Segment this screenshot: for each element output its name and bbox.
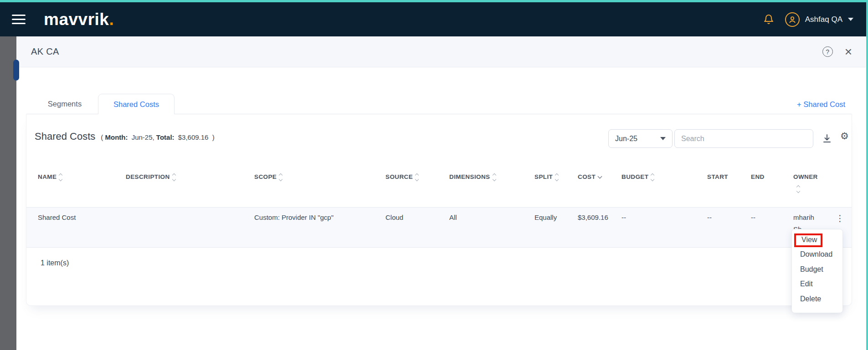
sidebar-active-indicator (13, 60, 19, 81)
help-icon[interactable]: ? (822, 46, 833, 57)
total-value: $3,609.16 (178, 133, 209, 141)
cell-cost: $3,609.16 (578, 212, 621, 247)
close-icon[interactable]: × (845, 47, 852, 57)
items-count: 1 item(s) (41, 259, 69, 267)
settings-gear-icon[interactable]: ⚙ (840, 131, 849, 142)
app-logo[interactable]: mavvrik. (44, 10, 114, 29)
cell-start: -- (707, 212, 751, 247)
menu-item-delete[interactable]: Delete (792, 292, 842, 307)
search-input[interactable] (675, 130, 813, 147)
section-title: Shared Costs (35, 131, 95, 142)
menu-item-edit[interactable]: Edit (792, 277, 842, 292)
logo-text: mavvrik (44, 10, 109, 29)
download-icon[interactable] (822, 132, 832, 144)
cell-split: Equally (534, 212, 578, 247)
user-menu-caret-icon[interactable] (848, 18, 853, 21)
cell-description (126, 212, 254, 247)
column-header-budget[interactable]: BUDGET (621, 173, 707, 193)
cell-source: Cloud (385, 212, 449, 247)
cell-end: -- (751, 212, 793, 247)
add-shared-cost-button[interactable]: + Shared Cost (797, 100, 845, 109)
shared-costs-panel: AK CA ? × Segments Shared Costs + Shared… (16, 36, 866, 350)
dimmed-backdrop (0, 36, 16, 350)
user-name[interactable]: Ashfaq QA (805, 15, 842, 24)
month-value: Jun-25, (132, 133, 154, 141)
column-header-cost[interactable]: COST (578, 173, 621, 193)
search-box (674, 129, 813, 148)
shared-costs-card: Shared Costs ( Month: Jun-25, Total: $3,… (26, 114, 852, 306)
window-top-border (0, 0, 868, 2)
column-header-description[interactable]: DESCRIPTION (126, 173, 254, 193)
sort-icon (59, 174, 62, 181)
cell-dimensions: All (449, 212, 534, 247)
sort-icon (173, 174, 175, 181)
sort-icon (279, 174, 282, 181)
sort-icon (797, 186, 800, 193)
column-header-owner[interactable]: OWNER (793, 173, 836, 193)
column-header-dimensions[interactable]: DIMENSIONS (449, 173, 534, 193)
user-avatar-icon[interactable] (785, 12, 800, 27)
chevron-down-icon (660, 137, 666, 140)
menu-item-download[interactable]: Download (792, 247, 842, 262)
sort-icon (416, 174, 418, 181)
column-header-split[interactable]: SPLIT (534, 173, 578, 193)
sort-desc-icon (598, 174, 602, 179)
table-header-row: NAME DESCRIPTION SCOPE SOURCE DIMENSIONS… (26, 173, 852, 193)
tab-segments[interactable]: Segments (30, 94, 99, 114)
month-label: Month: (105, 133, 128, 141)
column-header-start[interactable]: START (707, 173, 751, 193)
logo-dot: . (109, 10, 114, 29)
cell-scope: Custom: Provider IN "gcp" (254, 212, 385, 247)
notifications-bell-icon[interactable] (763, 14, 774, 25)
navbar-right: Ashfaq QA (763, 12, 853, 27)
panel-title: AK CA (31, 46, 59, 57)
month-dropdown-value: Jun-25 (615, 135, 637, 143)
hamburger-menu-icon[interactable] (12, 12, 26, 27)
sort-icon (555, 174, 558, 181)
column-header-end[interactable]: END (751, 173, 793, 193)
panel-header: AK CA ? × (16, 36, 866, 67)
sort-icon (651, 174, 654, 181)
cell-name: Shared Cost (38, 212, 126, 247)
column-header-source[interactable]: SOURCE (385, 173, 449, 193)
screen: mavvrik. Ashfaq QA AK CA ? × Segments Sh… (0, 0, 868, 350)
window-right-border (866, 0, 868, 350)
paren-open: ( (101, 133, 103, 141)
tab-shared-costs[interactable]: Shared Costs (98, 94, 175, 114)
paren-close: ) (212, 133, 215, 141)
column-header-name[interactable]: NAME (38, 173, 126, 193)
table-row[interactable]: Shared Cost Custom: Provider IN "gcp" Cl… (26, 208, 852, 248)
column-header-scope[interactable]: SCOPE (254, 173, 385, 193)
menu-item-budget[interactable]: Budget (792, 262, 842, 277)
total-label: Total: (156, 133, 175, 141)
top-navbar: mavvrik. Ashfaq QA (0, 2, 868, 36)
menu-item-view[interactable]: View (794, 233, 822, 247)
cell-budget: -- (621, 212, 707, 247)
sort-icon (493, 174, 496, 181)
month-dropdown[interactable]: Jun-25 (608, 129, 673, 148)
section-summary: Shared Costs ( Month: Jun-25, Total: $3,… (35, 131, 215, 142)
row-actions-menu: View Download Budget Edit Delete (791, 229, 843, 313)
